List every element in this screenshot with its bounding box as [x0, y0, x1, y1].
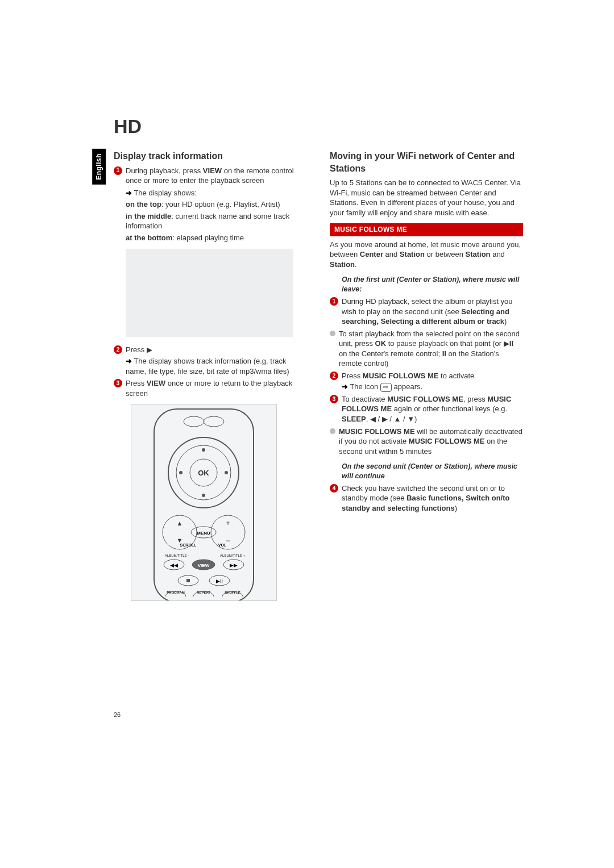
right-bullet-1: To start playback from the selected poin… — [330, 329, 523, 369]
music-follows-intro: As you move around at home, let music mo… — [330, 240, 523, 270]
svg-point-9 — [225, 471, 228, 474]
svg-point-1 — [184, 416, 204, 427]
svg-point-7 — [202, 494, 205, 497]
step-1: 1 During playback, press VIEW on the rem… — [114, 166, 307, 245]
step1-bot-text: : elapsed playing time — [172, 233, 244, 242]
step-badge-4: 4 — [330, 484, 338, 493]
step-3: 3 Press VIEW once or more to return to t… — [114, 378, 307, 398]
step2-arrow-line: The display shows track information (e.g… — [126, 357, 289, 375]
right-step-3: 3 To deactivate MUSIC FOLLOWS ME, press … — [330, 394, 523, 424]
heading-bar-music-follows: MUSIC FOLLOWS ME — [330, 223, 523, 236]
arrow-icon: ➜ — [126, 357, 132, 365]
right-column: Moving in your WiFi network of Center an… — [330, 148, 523, 601]
svg-text:VIEW: VIEW — [198, 563, 210, 568]
svg-text:◀◀: ◀◀ — [170, 562, 178, 568]
svg-text:▶II: ▶II — [216, 578, 223, 584]
svg-text:+: + — [226, 519, 230, 527]
step1-top-label: on the top — [126, 200, 161, 208]
bullet-icon — [330, 428, 335, 434]
svg-point-8 — [179, 471, 182, 474]
step3-bold-view: VIEW — [147, 379, 165, 387]
right-step-1: 1 During HD playback, select the album o… — [330, 297, 523, 327]
svg-text:ALBUM/TITLE +: ALBUM/TITLE + — [220, 554, 245, 557]
step1-top-text: : your HD option (e.g. Playlist, Artist) — [161, 200, 280, 208]
step1-text-a: During playback, press — [126, 166, 203, 175]
page: HD Display track information 1 During pl… — [0, 0, 614, 601]
left-column: Display track information 1 During playb… — [114, 148, 307, 601]
step2-text-a: Press — [126, 345, 147, 354]
page-number: 26 — [114, 711, 121, 719]
step1-bot-label: at the bottom — [126, 233, 172, 242]
step-badge-3: 3 — [114, 379, 122, 387]
right-step-2: 2 Press MUSIC FOLLOWS ME to activate ➜ T… — [330, 371, 523, 392]
svg-rect-29 — [186, 579, 190, 582]
bullet-icon — [330, 331, 335, 336]
page-header: HD — [114, 114, 142, 140]
step-badge-1: 1 — [330, 297, 338, 306]
remote-svg: OK ▲ ▼ + − MENU SCROLL VOL ALBUM — [131, 404, 276, 600]
step3-text-a: Press — [126, 379, 147, 387]
remote-ok-label: OK — [198, 469, 209, 477]
step-badge-2: 2 — [114, 345, 122, 354]
remote-control-illustration: OK ▲ ▼ + − MENU SCROLL VOL ALBUM — [131, 404, 277, 601]
wifi-intro: Up to 5 Stations can be to connected to … — [330, 178, 523, 218]
svg-text:VOL: VOL — [218, 543, 227, 547]
play-icon: ▶ — [147, 345, 152, 354]
svg-text:ALBUM/TITLE -: ALBUM/TITLE - — [165, 554, 189, 557]
step-badge-1: 1 — [114, 166, 122, 175]
arrow-icon: ➜ — [342, 382, 348, 391]
svg-text:MENU: MENU — [197, 531, 210, 536]
arrow-icon: ➜ — [126, 189, 132, 197]
italic-heading-first-unit: On the first unit (Center or Station), w… — [342, 275, 523, 294]
svg-point-2 — [204, 416, 224, 427]
section-title-display-track: Display track information — [114, 150, 307, 162]
step-badge-3: 3 — [330, 395, 338, 403]
step-badge-2: 2 — [330, 372, 338, 380]
step1-bold-view: VIEW — [203, 166, 222, 175]
step1-mid-label: in the middle — [126, 212, 171, 220]
svg-text:▲: ▲ — [177, 520, 183, 527]
svg-point-6 — [202, 448, 205, 452]
svg-text:▶▶: ▶▶ — [230, 562, 238, 568]
step-2: 2 Press ▶ ➜ The display shows track info… — [114, 345, 307, 376]
device-screenshot-placeholder — [126, 249, 293, 337]
right-bullet-2: MUSIC FOLLOWS ME will be automatically d… — [330, 427, 523, 457]
right-step-4: 4 Check you have switched the second uni… — [330, 483, 523, 514]
step1-arrow-line: The display shows: — [134, 189, 197, 197]
svg-text:SCROLL: SCROLL — [180, 543, 197, 547]
section-title-wifi: Moving in your WiFi network of Center an… — [330, 150, 523, 174]
follow-icon: ⇨ — [380, 383, 392, 392]
italic-heading-second-unit: On the second unit (Center or Station), … — [342, 462, 523, 481]
